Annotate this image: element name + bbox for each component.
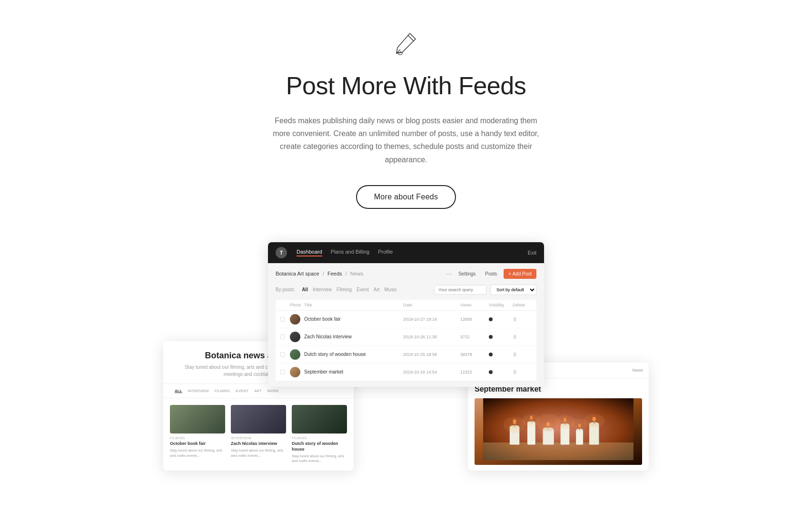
filter-tabs: All Interview Filming Event Art Music xyxy=(302,287,397,292)
blog-post-title: October book fair xyxy=(170,441,225,447)
svg-point-31 xyxy=(584,414,605,428)
delete-icon[interactable]: 🗑 xyxy=(513,334,517,340)
row-avatar xyxy=(290,349,300,360)
pen-icon xyxy=(392,29,420,57)
svg-point-29 xyxy=(555,415,575,429)
row-date: 2019-10-18 14:54 xyxy=(403,370,460,374)
header-title: Title xyxy=(304,303,403,307)
header-visibility: Visibility xyxy=(489,303,513,307)
table-row: Zach Nicolas interview 2019-10-26 11:30 … xyxy=(276,328,536,346)
hero-section: Post More With Feeds Feeds makes publish… xyxy=(263,0,549,228)
nav-item-profile[interactable]: Profile xyxy=(378,249,393,256)
blog-post-category: INTERVIEW xyxy=(231,436,286,440)
header-delete: Delete xyxy=(513,303,532,307)
hero-title: Post More With Feeds xyxy=(286,71,526,100)
row-views: 38378 xyxy=(460,352,489,357)
blog-nav-event[interactable]: EVENT xyxy=(236,389,248,393)
row-checkbox[interactable] xyxy=(280,335,285,339)
row-views: 12322 xyxy=(460,370,489,374)
admin-actions: ··· Settings Posts + Add Post xyxy=(446,269,536,279)
svg-rect-1 xyxy=(483,443,634,460)
more-about-feeds-button[interactable]: More about Feeds xyxy=(356,185,456,209)
delete-icon[interactable]: 🗑 xyxy=(513,352,517,357)
breadcrumb: Botanica Art space / Feeds / News xyxy=(276,271,363,276)
svg-point-26 xyxy=(504,417,525,433)
row-avatar xyxy=(290,332,300,342)
table-row: October book fair 2019-10-27 19:16 12695… xyxy=(276,311,536,328)
blog-post-excerpt: Stay tuned about our filming, arts and c… xyxy=(170,448,225,458)
blog-post-image xyxy=(231,405,286,433)
row-date: 2019-10-25 18:58 xyxy=(403,352,460,357)
row-date: 2019-10-26 11:30 xyxy=(403,335,460,339)
screenshots-section: T Dashboard Plans and Billing Profile Ex… xyxy=(144,242,668,461)
row-title: October book fair xyxy=(304,316,403,322)
admin-dashboard-screenshot: T Dashboard Plans and Billing Profile Ex… xyxy=(268,242,544,387)
blog-nav-more[interactable]: MORE xyxy=(267,389,279,393)
search-input[interactable] xyxy=(434,285,486,295)
row-checkbox[interactable] xyxy=(280,317,285,322)
blog-post-card: INTERVIEW Zach Nicolas interview Stay tu… xyxy=(231,405,286,463)
add-post-button[interactable]: + Add Post xyxy=(504,269,536,279)
blog-post-excerpt: Stay tuned about our filming, arts and c… xyxy=(292,454,347,464)
blog-nav-interview[interactable]: INTERVIEW xyxy=(188,389,209,393)
delete-icon[interactable]: 🗑 xyxy=(513,316,517,322)
admin-logo: T xyxy=(276,247,287,258)
table-header: Photo Title Date Views Visibility Delete xyxy=(276,300,536,311)
blog-post-title: Dutch story of wooden house xyxy=(292,441,347,452)
table-row: September market 2019-10-18 14:54 12322 … xyxy=(276,364,536,381)
row-visibility[interactable] xyxy=(489,353,493,356)
posts-button[interactable]: Posts xyxy=(482,270,500,278)
blog-post-excerpt: Stay tuned about our filming, arts and c… xyxy=(231,448,286,458)
filter-tab-art[interactable]: Art xyxy=(374,287,380,292)
header-photo: Photo xyxy=(290,303,304,307)
row-visibility[interactable] xyxy=(489,370,493,374)
nav-item-dashboard[interactable]: Dashboard xyxy=(297,249,322,256)
nav-item-plans[interactable]: Plans and Billing xyxy=(331,249,369,256)
blog-nav-art[interactable]: ART xyxy=(254,389,262,393)
settings-button[interactable]: Settings xyxy=(456,270,478,278)
filter-tab-music[interactable]: Music xyxy=(385,287,397,292)
row-avatar xyxy=(290,314,300,325)
breadcrumb-row: Botanica Art space / Feeds / News ··· Se… xyxy=(276,269,536,279)
article-nav-label: News xyxy=(632,368,643,373)
row-views: 3722 xyxy=(460,335,489,339)
filter-row: By posts: All Interview Filming Event Ar… xyxy=(276,285,536,295)
blog-post-category: FILMING xyxy=(292,436,347,440)
filter-tab-interview[interactable]: Interview xyxy=(313,287,332,292)
blog-post-image xyxy=(170,405,225,433)
breadcrumb-feeds: Feeds xyxy=(327,271,342,276)
row-title: September market xyxy=(304,369,403,374)
row-views: 12695 xyxy=(460,317,489,322)
blog-post-image xyxy=(292,405,347,433)
admin-dots-menu[interactable]: ··· xyxy=(446,270,452,277)
blog-nav-all[interactable]: ALL xyxy=(175,389,182,393)
article-hero-image xyxy=(475,398,642,465)
sort-select[interactable]: Sort by default xyxy=(490,285,536,295)
blog-nav-filming[interactable]: FILMING xyxy=(215,389,230,393)
filter-tab-filming[interactable]: Filming xyxy=(337,287,352,292)
table-row: Dutch story of wooden house 2019-10-25 1… xyxy=(276,346,536,364)
row-date: 2019-10-27 19:16 xyxy=(403,317,460,322)
blog-post-title: Zach Nicolas interview xyxy=(231,441,286,447)
header-views: Views xyxy=(460,303,489,307)
blog-post-category: FILMING xyxy=(170,436,225,440)
row-checkbox[interactable] xyxy=(280,370,285,374)
admin-nav-items: Dashboard Plans and Billing Profile xyxy=(297,249,518,256)
svg-rect-10 xyxy=(543,429,554,445)
header-date: Date xyxy=(403,303,460,307)
breadcrumb-news: News xyxy=(350,271,364,276)
row-title: Zach Nicolas interview xyxy=(304,334,403,339)
filter-tab-all[interactable]: All xyxy=(302,287,308,292)
delete-icon[interactable]: 🗑 xyxy=(513,369,517,375)
breadcrumb-space: Botanica Art space xyxy=(276,271,319,276)
nav-exit[interactable]: Exit xyxy=(528,250,536,256)
row-title: Dutch story of wooden house xyxy=(304,352,403,357)
filter-label: By posts: xyxy=(276,287,295,292)
posts-table: Photo Title Date Views Visibility Delete… xyxy=(276,300,536,381)
row-visibility[interactable] xyxy=(489,317,493,321)
filter-tab-event[interactable]: Event xyxy=(356,287,369,292)
row-checkbox[interactable] xyxy=(280,352,285,357)
svg-rect-18 xyxy=(576,430,583,445)
search-sort-row: Sort by default xyxy=(434,285,536,295)
row-visibility[interactable] xyxy=(489,335,493,339)
